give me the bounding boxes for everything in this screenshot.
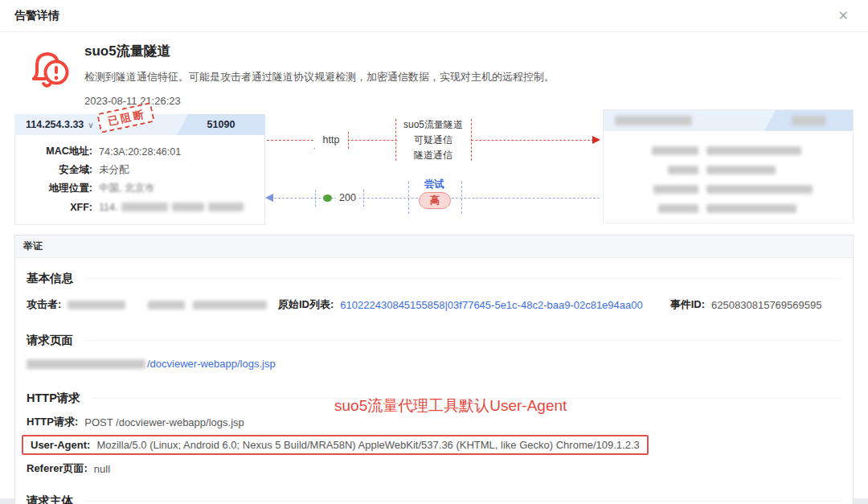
request-page-heading: 请求页面 [27, 333, 73, 348]
http-request-heading: HTTP请求 [27, 391, 80, 406]
http-request-value: POST /docviewer-webapp/logs.jsp [84, 416, 244, 428]
referer-value: null [94, 463, 110, 475]
alert-bell-icon [23, 45, 74, 96]
alert-summary: suo5流量隧道 检测到隧道通信特征。可能是攻击者通过隧道协议规避检测，加密通信… [0, 32, 868, 106]
http-request-section: HTTP请求 suo5流量代理工具默认User-Agent HTTP请求: PO… [27, 391, 841, 476]
redacted-text [706, 166, 776, 174]
destination-host-card [603, 109, 854, 223]
event-id-label: 事件ID: [670, 297, 705, 312]
redacted-text [653, 185, 698, 194]
source-field-xff: XFF: 114. [15, 198, 264, 216]
request-page-link[interactable]: /docviewer-webapp/logs.jsp [147, 358, 276, 370]
source-field-zone: 安全域: 未分配 [15, 161, 264, 179]
threat-type-label: suo5流量隧道 可疑通信 隧道通信 [397, 117, 469, 164]
status-ok-icon [323, 195, 332, 202]
basic-info-heading: 基本信息 [27, 271, 73, 286]
basic-info-section: 基本信息 攻击者: 原始ID列表: 610222430845155858|03f… [27, 271, 841, 312]
evidence-panel: 举证 基本信息 攻击者: 原始ID列表: 610222430845155858|… [14, 235, 854, 504]
page-title: 告警详情 [14, 9, 59, 23]
http-request-label: HTTP请求: [27, 415, 78, 429]
ua-annotation: suo5流量代理工具默认User-Agent [334, 395, 567, 416]
redacted-text [148, 301, 185, 309]
original-id-label: 原始ID列表: [278, 297, 334, 312]
alert-timestamp: 2023-08-11 21:26:23 [84, 95, 555, 107]
referer-label: Referer页面: [27, 461, 88, 476]
redacted-text [27, 359, 145, 369]
source-card-body: MAC地址: 74:3A:20:28:46:01 安全域: 未分配 地理位置: … [14, 135, 265, 225]
response-arrowhead-icon [265, 194, 273, 202]
user-agent-value: Mozilla/5.0 (Linux; Android 6.0; Nexus 5… [96, 439, 639, 451]
source-field-geo: 地理位置: 中国, 北京市 [15, 179, 264, 198]
redacted-text [792, 116, 825, 125]
destination-card-header [604, 110, 853, 131]
dialog-header: 告警详情 ✕ [0, 0, 868, 32]
redacted-text [706, 146, 801, 155]
redacted-text [658, 204, 698, 213]
severity-badge: 高 [419, 192, 451, 209]
redacted-text [668, 166, 698, 174]
http-status-code: 200 [336, 191, 359, 205]
source-field-mac: MAC地址: 74:3A:20:28:46:01 [15, 142, 264, 161]
alert-description: 检测到隧道通信特征。可能是攻击者通过隧道协议规避检测，加密通信数据，实现对主机的… [84, 70, 555, 84]
chevron-down-icon[interactable]: ∨ [88, 121, 93, 129]
alert-name: suo5流量隧道 [84, 42, 555, 60]
redacted-text [208, 203, 244, 211]
redacted-text [121, 203, 168, 211]
source-host-card: 114.254.3.33 ∨ 51090 已阻断 MAC地址: 74:3A:20… [14, 114, 265, 225]
redacted-text [172, 203, 204, 211]
redacted-text [706, 185, 813, 194]
attack-path-diagram: 114.254.3.33 ∨ 51090 已阻断 MAC地址: 74:3A:20… [0, 109, 868, 228]
evidence-panel-title: 举证 [15, 236, 853, 258]
redacted-text [615, 116, 692, 125]
destination-card-body [604, 131, 853, 218]
event-id-value: 6250830815769569595 [711, 299, 821, 311]
close-icon[interactable]: ✕ [838, 10, 849, 23]
redacted-text [193, 301, 267, 309]
request-body-section: 请求主体 2SQ:7SSS[% ▯#▯=▯R;SSS_bc}fg}k`}bbfR… [27, 494, 841, 504]
protocol-label: http [314, 132, 348, 148]
request-body-heading: 请求主体 [27, 494, 73, 504]
attempt-label: 尝试 [411, 178, 457, 191]
source-ip[interactable]: 114.254.3.33 [26, 119, 84, 130]
source-port: 51090 [177, 114, 265, 135]
user-agent-highlight-box: User-Agent: Mozilla/5.0 (Linux; Android … [22, 435, 649, 455]
original-id-link[interactable]: 610222430845155858|03f77645-5e1c-48c2-ba… [340, 299, 642, 311]
request-arrowhead-icon [592, 136, 600, 144]
attacker-label: 攻击者: [27, 297, 61, 312]
redacted-text [706, 204, 796, 213]
redacted-text [652, 146, 698, 155]
request-page-section: 请求页面 /docviewer-webapp/logs.jsp [27, 333, 841, 370]
alert-detail-dialog: 告警详情 ✕ suo5流量隧道 检测到隧道通信特征。可能是攻击者通过隧道协议规避… [0, 0, 868, 498]
redacted-text [68, 301, 125, 309]
user-agent-label: User-Agent: [31, 439, 90, 451]
